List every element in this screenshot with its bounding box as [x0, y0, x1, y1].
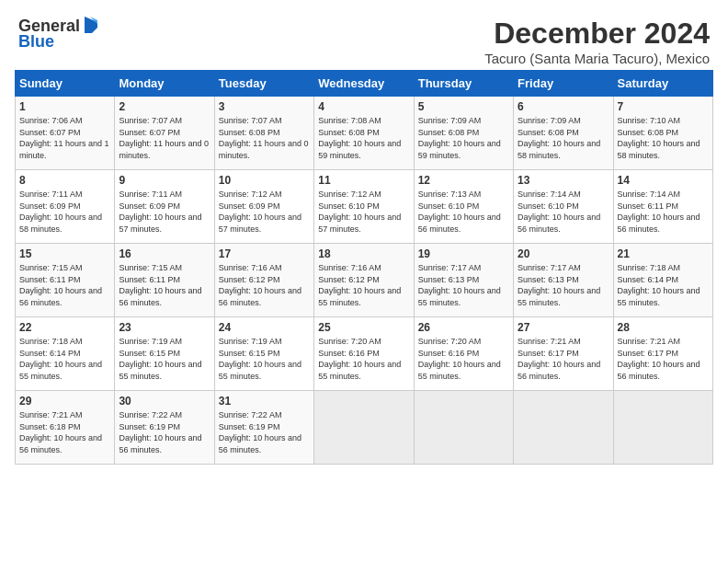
cell-text: Sunrise: 7:14 AMSunset: 6:11 PMDaylight:… [618, 189, 709, 235]
day-number: 10 [219, 174, 310, 187]
calendar-week-row: 8Sunrise: 7:11 AMSunset: 6:09 PMDaylight… [16, 170, 713, 244]
cell-text: Sunrise: 7:20 AMSunset: 6:16 PMDaylight:… [318, 336, 409, 382]
calendar-week-row: 29Sunrise: 7:21 AMSunset: 6:18 PMDayligh… [16, 391, 713, 465]
cell-text: Sunrise: 7:15 AMSunset: 6:11 PMDaylight:… [119, 262, 210, 308]
cell-text: Sunrise: 7:09 AMSunset: 6:08 PMDaylight:… [518, 115, 609, 161]
day-number: 27 [518, 321, 609, 334]
day-number: 6 [518, 100, 609, 113]
calendar-day-cell: 13Sunrise: 7:14 AMSunset: 6:10 PMDayligh… [514, 170, 613, 244]
calendar-day-cell: 22Sunrise: 7:18 AMSunset: 6:14 PMDayligh… [16, 317, 115, 391]
cell-text: Sunrise: 7:09 AMSunset: 6:08 PMDaylight:… [418, 115, 509, 161]
cell-text: Sunrise: 7:19 AMSunset: 6:15 PMDaylight:… [219, 336, 310, 382]
cell-text: Sunrise: 7:06 AMSunset: 6:07 PMDaylight:… [19, 115, 110, 161]
calendar-day-cell: 5Sunrise: 7:09 AMSunset: 6:08 PMDaylight… [414, 97, 513, 170]
day-number: 21 [618, 247, 709, 260]
svg-marker-0 [85, 17, 97, 33]
calendar-day-cell: 4Sunrise: 7:08 AMSunset: 6:08 PMDaylight… [314, 97, 414, 170]
cell-text: Sunrise: 7:11 AMSunset: 6:09 PMDaylight:… [119, 189, 210, 235]
calendar-header-cell: Monday [115, 71, 214, 97]
calendar-day-cell: 24Sunrise: 7:19 AMSunset: 6:15 PMDayligh… [214, 317, 313, 391]
cell-text: Sunrise: 7:15 AMSunset: 6:11 PMDaylight:… [19, 262, 110, 308]
calendar-week-row: 15Sunrise: 7:15 AMSunset: 6:11 PMDayligh… [16, 244, 713, 317]
cell-text: Sunrise: 7:20 AMSunset: 6:16 PMDaylight:… [418, 336, 509, 382]
day-number: 28 [618, 321, 709, 334]
calendar-header-cell: Saturday [613, 71, 712, 97]
day-number: 13 [518, 174, 609, 187]
cell-text: Sunrise: 7:10 AMSunset: 6:08 PMDaylight:… [618, 115, 709, 161]
calendar-day-cell: 11Sunrise: 7:12 AMSunset: 6:10 PMDayligh… [314, 170, 414, 244]
day-number: 7 [618, 100, 709, 113]
calendar-day-cell: 18Sunrise: 7:16 AMSunset: 6:12 PMDayligh… [314, 244, 414, 317]
cell-text: Sunrise: 7:21 AMSunset: 6:18 PMDaylight:… [19, 409, 110, 455]
cell-text: Sunrise: 7:07 AMSunset: 6:08 PMDaylight:… [219, 115, 310, 161]
cell-text: Sunrise: 7:07 AMSunset: 6:07 PMDaylight:… [119, 115, 210, 161]
header: General Blue December 2024 Tacuro (Santa… [9, 9, 719, 70]
day-number: 20 [518, 247, 609, 260]
cell-text: Sunrise: 7:13 AMSunset: 6:10 PMDaylight:… [418, 189, 509, 235]
day-number: 29 [19, 395, 110, 408]
cell-text: Sunrise: 7:17 AMSunset: 6:13 PMDaylight:… [518, 262, 609, 308]
calendar-day-cell: 17Sunrise: 7:16 AMSunset: 6:12 PMDayligh… [214, 244, 313, 317]
calendar-day-cell: 20Sunrise: 7:17 AMSunset: 6:13 PMDayligh… [514, 244, 613, 317]
day-number: 8 [19, 174, 110, 187]
calendar-header-cell: Tuesday [214, 71, 313, 97]
calendar-day-cell [414, 391, 513, 465]
calendar-day-cell: 31Sunrise: 7:22 AMSunset: 6:19 PMDayligh… [214, 391, 313, 465]
calendar-day-cell: 2Sunrise: 7:07 AMSunset: 6:07 PMDaylight… [115, 97, 214, 170]
title-area: December 2024 Tacuro (Santa Maria Tacuro… [484, 17, 710, 66]
cell-text: Sunrise: 7:16 AMSunset: 6:12 PMDaylight:… [219, 262, 310, 308]
calendar-week-row: 22Sunrise: 7:18 AMSunset: 6:14 PMDayligh… [16, 317, 713, 391]
cell-text: Sunrise: 7:22 AMSunset: 6:19 PMDaylight:… [119, 409, 210, 455]
calendar-day-cell [514, 391, 613, 465]
cell-text: Sunrise: 7:21 AMSunset: 6:17 PMDaylight:… [518, 336, 609, 382]
cell-text: Sunrise: 7:08 AMSunset: 6:08 PMDaylight:… [318, 115, 409, 161]
calendar-day-cell: 3Sunrise: 7:07 AMSunset: 6:08 PMDaylight… [214, 97, 313, 170]
cell-text: Sunrise: 7:12 AMSunset: 6:09 PMDaylight:… [219, 189, 310, 235]
day-number: 5 [418, 100, 509, 113]
calendar-table: SundayMondayTuesdayWednesdayThursdayFrid… [15, 70, 713, 465]
cell-text: Sunrise: 7:14 AMSunset: 6:10 PMDaylight:… [518, 189, 609, 235]
logo-icon [81, 17, 97, 33]
day-number: 23 [119, 321, 210, 334]
day-number: 1 [19, 100, 110, 113]
day-number: 2 [119, 100, 210, 113]
calendar-day-cell: 8Sunrise: 7:11 AMSunset: 6:09 PMDaylight… [16, 170, 115, 244]
calendar-day-cell [613, 391, 712, 465]
day-number: 26 [418, 321, 509, 334]
logo-blue: Blue [18, 32, 54, 52]
calendar-day-cell: 9Sunrise: 7:11 AMSunset: 6:09 PMDaylight… [115, 170, 214, 244]
calendar-header-cell: Friday [514, 71, 613, 97]
location-title: Tacuro (Santa Maria Tacuro), Mexico [484, 51, 710, 66]
calendar-header-cell: Sunday [16, 71, 115, 97]
day-number: 22 [19, 321, 110, 334]
calendar-day-cell: 16Sunrise: 7:15 AMSunset: 6:11 PMDayligh… [115, 244, 214, 317]
day-number: 12 [418, 174, 509, 187]
day-number: 18 [318, 247, 409, 260]
cell-text: Sunrise: 7:19 AMSunset: 6:15 PMDaylight:… [119, 336, 210, 382]
day-number: 24 [219, 321, 310, 334]
month-title: December 2024 [484, 17, 710, 51]
calendar-day-cell: 7Sunrise: 7:10 AMSunset: 6:08 PMDaylight… [613, 97, 712, 170]
calendar-day-cell [314, 391, 414, 465]
calendar-header-cell: Thursday [414, 71, 513, 97]
cell-text: Sunrise: 7:16 AMSunset: 6:12 PMDaylight:… [318, 262, 409, 308]
calendar-day-cell: 6Sunrise: 7:09 AMSunset: 6:08 PMDaylight… [514, 97, 613, 170]
calendar-day-cell: 30Sunrise: 7:22 AMSunset: 6:19 PMDayligh… [115, 391, 214, 465]
day-number: 11 [318, 174, 409, 187]
calendar: SundayMondayTuesdayWednesdayThursdayFrid… [9, 70, 719, 470]
calendar-day-cell: 25Sunrise: 7:20 AMSunset: 6:16 PMDayligh… [314, 317, 414, 391]
calendar-header-cell: Wednesday [314, 71, 414, 97]
cell-text: Sunrise: 7:11 AMSunset: 6:09 PMDaylight:… [19, 189, 110, 235]
cell-text: Sunrise: 7:22 AMSunset: 6:19 PMDaylight:… [219, 409, 310, 455]
calendar-day-cell: 15Sunrise: 7:15 AMSunset: 6:11 PMDayligh… [16, 244, 115, 317]
cell-text: Sunrise: 7:18 AMSunset: 6:14 PMDaylight:… [618, 262, 709, 308]
calendar-week-row: 1Sunrise: 7:06 AMSunset: 6:07 PMDaylight… [16, 97, 713, 170]
calendar-day-cell: 10Sunrise: 7:12 AMSunset: 6:09 PMDayligh… [214, 170, 313, 244]
day-number: 3 [219, 100, 310, 113]
calendar-day-cell: 29Sunrise: 7:21 AMSunset: 6:18 PMDayligh… [16, 391, 115, 465]
day-number: 19 [418, 247, 509, 260]
calendar-day-cell: 12Sunrise: 7:13 AMSunset: 6:10 PMDayligh… [414, 170, 513, 244]
day-number: 17 [219, 247, 310, 260]
calendar-header-row: SundayMondayTuesdayWednesdayThursdayFrid… [16, 71, 713, 97]
calendar-day-cell: 21Sunrise: 7:18 AMSunset: 6:14 PMDayligh… [613, 244, 712, 317]
